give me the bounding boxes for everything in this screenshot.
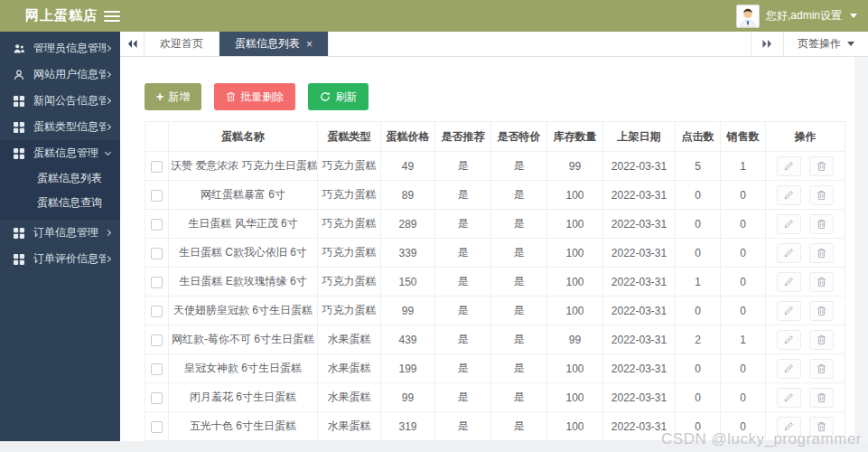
delete-button[interactable] [809, 330, 834, 350]
row-checkbox[interactable] [151, 334, 163, 346]
row-checkbox[interactable] [151, 277, 163, 288]
sidebar-item-cake-types[interactable]: 蛋糕类型信息管理 [0, 114, 120, 140]
header-name: 蛋糕名称 [169, 122, 318, 152]
sidebar-subitem-cake-query[interactable]: 蛋糕信息查询 [0, 191, 120, 215]
tab-welcome[interactable]: 欢迎首页 [145, 32, 219, 56]
tab-close-icon[interactable]: × [306, 38, 313, 51]
cell-clicks: 0 [676, 181, 721, 210]
plus-icon: + [156, 90, 163, 103]
row-checkbox[interactable] [151, 363, 163, 375]
edit-button[interactable] [777, 330, 801, 350]
row-checkbox[interactable] [151, 421, 163, 433]
tabs-scroll-left-button[interactable] [120, 32, 145, 56]
row-checkbox[interactable] [151, 161, 163, 173]
delete-button[interactable] [809, 214, 834, 234]
table-body: 沃赞 爱意浓浓 巧克力生日蛋糕 巧克力蛋糕 49 是 是 99 2022-03-… [145, 152, 845, 441]
cell-actions [766, 181, 845, 210]
cell-cake-name: 网红款-莓你不可 6寸生日蛋糕 [169, 325, 318, 354]
cell-price: 319 [381, 412, 435, 441]
header-actions: 操作 [766, 122, 845, 152]
delete-button[interactable] [809, 388, 834, 408]
refresh-button[interactable]: 刷新 [308, 83, 369, 110]
delete-button[interactable] [809, 301, 834, 321]
sidebar-item-order-reviews[interactable]: 订单评价信息管理 [0, 246, 120, 272]
pencil-icon [784, 190, 794, 200]
delete-button[interactable] [809, 243, 834, 263]
delete-button[interactable] [809, 359, 834, 379]
cell-date: 2022-03-31 [603, 297, 676, 325]
cell-date: 2022-03-31 [603, 325, 676, 354]
tabs-scroll-right-button[interactable] [751, 32, 783, 56]
cell-date: 2022-03-31 [603, 181, 676, 210]
sidebar-item-cake-info[interactable]: 蛋糕信息管理 [0, 140, 120, 166]
edit-button[interactable] [777, 185, 801, 205]
sidebar: 管理员信息管理 网站用户信息管理 新闻公告信息管理 蛋糕类型信息管理 [0, 32, 120, 441]
sidebar-subitem-cake-list[interactable]: 蛋糕信息列表 [0, 166, 120, 191]
cell-actions [766, 152, 845, 181]
delete-button[interactable] [809, 185, 834, 205]
header-type: 蛋糕类型 [318, 122, 381, 152]
sidebar-item-site-users[interactable]: 网站用户信息管理 [0, 61, 120, 88]
delete-button[interactable] [809, 272, 834, 292]
cell-date: 2022-03-31 [603, 152, 676, 181]
edit-button[interactable] [777, 156, 801, 176]
edit-button[interactable] [777, 388, 801, 408]
sidebar-item-label: 订单信息管理 [33, 225, 106, 240]
cell-cake-type: 巧克力蛋糕 [318, 210, 381, 239]
pencil-icon [784, 334, 794, 344]
trash-icon [226, 91, 236, 102]
chevron-right-icon [105, 98, 111, 104]
cell-price: 439 [381, 325, 435, 354]
cell-special: 是 [491, 297, 547, 325]
trash-icon [817, 277, 826, 287]
cell-special: 是 [491, 210, 547, 239]
main-content: + 新增 批量删除 刷新 [120, 57, 868, 441]
row-checkbox[interactable] [151, 392, 163, 404]
cell-recommend: 是 [435, 152, 491, 181]
cell-stock: 100 [547, 354, 603, 383]
cell-clicks: 2 [676, 325, 721, 354]
cell-date: 2022-03-31 [603, 239, 676, 268]
tabbar: 欢迎首页 蛋糕信息列表 × 页签操作 [120, 32, 868, 57]
pencil-icon [784, 392, 794, 402]
batch-delete-button[interactable]: 批量删除 [214, 83, 295, 110]
row-checkbox[interactable] [151, 219, 163, 231]
delete-button[interactable] [809, 156, 834, 176]
sidebar-item-news[interactable]: 新闻公告信息管理 [0, 88, 120, 114]
row-checkbox[interactable] [151, 190, 163, 202]
table-row: 天使翅膀皇冠款 6寸生日蛋糕 巧克力蛋糕 99 是 是 100 2022-03-… [145, 297, 845, 325]
row-checkbox[interactable] [151, 248, 163, 259]
trash-icon [817, 248, 826, 259]
cell-actions [766, 325, 845, 354]
cell-special: 是 [491, 383, 547, 412]
table-row: 生日蛋糕 C款我心依旧 6寸 巧克力蛋糕 339 是 是 100 2022-03… [145, 239, 845, 268]
tab-cake-list[interactable]: 蛋糕信息列表 × [219, 32, 329, 56]
grid-icon [13, 227, 25, 240]
row-checkbox[interactable] [151, 306, 163, 317]
edit-button[interactable] [777, 359, 801, 379]
hamburger-menu-icon[interactable] [104, 11, 120, 22]
tab-operations-label: 页签操作 [798, 36, 841, 52]
topbar-user-area[interactable]: 您好,admin设置 [736, 5, 868, 28]
edit-button[interactable] [777, 417, 801, 437]
cell-recommend: 是 [435, 325, 491, 354]
pencil-icon [784, 219, 794, 229]
edit-button[interactable] [777, 243, 801, 263]
sidebar-item-admin-info[interactable]: 管理员信息管理 [0, 35, 120, 61]
trash-icon [817, 219, 826, 230]
user-icon [13, 69, 25, 81]
cell-sales: 0 [721, 181, 766, 210]
cell-clicks: 0 [676, 239, 721, 268]
cell-recommend: 是 [435, 239, 491, 268]
edit-button[interactable] [777, 272, 801, 292]
sidebar-item-orders[interactable]: 订单信息管理 [0, 220, 120, 246]
delete-button[interactable] [809, 417, 834, 437]
edit-button[interactable] [777, 214, 801, 234]
batch-delete-label: 批量删除 [240, 89, 284, 105]
cell-cake-type: 巧克力蛋糕 [318, 152, 381, 181]
add-button[interactable]: + 新增 [145, 83, 201, 110]
cell-cake-type: 巧克力蛋糕 [318, 268, 381, 297]
tab-operations-dropdown[interactable]: 页签操作 [783, 32, 868, 56]
edit-button[interactable] [777, 301, 801, 321]
trash-icon [817, 334, 826, 345]
